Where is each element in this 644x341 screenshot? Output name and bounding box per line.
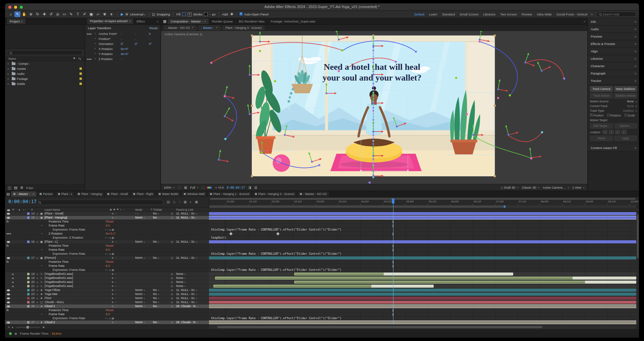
expression-icons[interactable]: =⌐◎▦ (105, 228, 115, 232)
stroke-swatch[interactable] (204, 12, 208, 16)
panel-header-paragraph[interactable]: Paragraph≡ (588, 70, 639, 77)
keyframe-nav-icon[interactable]: ◀◆▶ (6, 232, 12, 236)
panel-menu-icon[interactable]: ≡ (129, 19, 130, 23)
expression-text[interactable]: thisComp.layer("Frame Rate - CONTROLLER"… (211, 316, 341, 320)
layer-name[interactable]: Cloud 1 (45, 304, 55, 308)
resolution-dropdown[interactable]: Full∨ (190, 186, 199, 189)
property-name[interactable]: Frame Rate (49, 312, 65, 316)
track-motion-button[interactable]: Track Motion (590, 93, 613, 98)
motion-source-dropdown[interactable]: None ∨ (627, 100, 637, 103)
timeline-row[interactable]: fx Posterize Time Reset (5, 260, 639, 264)
label-color-chip[interactable] (27, 305, 30, 307)
blend-mode-dropdown[interactable]: Norm∨ (135, 256, 145, 260)
layer-name[interactable]: Cloud 2 (45, 321, 55, 324)
tool-home-icon[interactable]: ⌂ (8, 11, 14, 17)
safe-zones-icon[interactable]: ⬚ (178, 186, 181, 189)
parent-pickwhip-icon[interactable]: ◎ (171, 272, 173, 276)
timeline-row[interactable]: Expression: Frame Rate =⌐◎▦thisComp.laye… (5, 316, 639, 321)
parent-pickwhip-icon[interactable]: ◎ (171, 256, 173, 260)
panel-header-info[interactable]: Info≡ (588, 18, 639, 26)
checkbox-rotation[interactable]: Rotation (607, 114, 621, 117)
workspace-two-screen[interactable]: Two Screen (500, 12, 517, 16)
track-type-dropdown[interactable]: Stabilize ∨ (623, 109, 637, 112)
workspace-ultra-wide[interactable]: Ultra Wide (537, 12, 551, 16)
snapping-icon[interactable]: Ω (152, 12, 155, 16)
stopwatch-icon[interactable]: ◔ (94, 37, 96, 40)
panel-header-libraries[interactable]: Libraries≡ (588, 55, 639, 62)
parent-link-dropdown[interactable]: 11. NULL - Sc∨ (176, 212, 197, 216)
track-matte-dropdown[interactable]: No∨ (153, 288, 159, 292)
layer-switches[interactable]: ✱/ (112, 276, 118, 280)
parent-pickwhip-icon[interactable]: ◎ (171, 240, 173, 244)
panel-menu-icon[interactable]: ≡ (635, 28, 636, 31)
parent-link-dropdown[interactable]: 25. Clouds - N∨ (176, 321, 198, 325)
tab-composition-master[interactable]: Composition - Master -≡ (168, 18, 208, 24)
property-value[interactable]: 0° (121, 42, 129, 46)
timeline-row[interactable]: ◔ Frame Rate 8.0 (5, 224, 639, 228)
keyframe-icon[interactable] (229, 232, 233, 236)
project-item-comps[interactable]: ▸ - Comps - (5, 61, 85, 66)
layer-name[interactable]: [Person] (45, 256, 56, 260)
stopwatch-icon[interactable]: ◔ (94, 57, 96, 60)
timeline-row[interactable]: 27 ▸ ★ Cloud 2 ✱/Norm∨No∨◎ 25. Clouds - … (5, 321, 639, 325)
warp-stabilizer-button[interactable]: Warp Stabilizer (614, 86, 637, 92)
layer-name[interactable]: [YogaBreathv01.wav] (45, 276, 73, 280)
label-color-chip[interactable] (27, 277, 30, 279)
parent-pickwhip-icon[interactable]: ◎ (171, 304, 173, 308)
motion-blur-icon[interactable]: ◐ (190, 200, 192, 204)
layer-switches[interactable]: ✱/ (112, 256, 118, 260)
property-value[interactable]: 8.0 (106, 312, 110, 316)
project-item-solids[interactable]: ▸ Solids (5, 81, 85, 86)
timeline-row[interactable]: ◔ Frame Rate 8.0 (5, 312, 639, 316)
parent-link-dropdown[interactable]: 11. NULL - Sc∨ (176, 288, 197, 292)
solo-column-icon[interactable]: ● (18, 208, 20, 211)
track-matte-dropdown[interactable]: No∨ (153, 296, 159, 300)
help-search-input[interactable] (603, 13, 634, 16)
timeline-search-input[interactable] (42, 201, 161, 204)
panel-header-align[interactable]: Align≡ (588, 48, 639, 55)
timeline-row[interactable]: ◔ Frame Rate 8.0 (5, 264, 639, 268)
timeline-row[interactable]: ◔ Frame Rate 8.0 (5, 248, 639, 252)
renderer-button[interactable]: Classic 3D∨ (522, 186, 540, 189)
snapping-toggle[interactable]: Snapping (157, 12, 170, 16)
horizontal-scroll-thumb[interactable] (217, 326, 542, 328)
playhead-line[interactable] (393, 204, 393, 325)
disclosure-icon[interactable]: ▸ (37, 280, 38, 284)
blend-mode-dropdown[interactable]: Norm∨ (135, 300, 145, 304)
work-area-end-handle[interactable] (504, 205, 505, 208)
audio-toggle[interactable]: ◂) (12, 280, 14, 284)
layer-switches[interactable]: ✱/ (112, 321, 118, 324)
timeline-tab-master-no-vo[interactable]: - Master - NO VO (298, 191, 329, 197)
stopwatch-icon[interactable]: ◔ (41, 312, 42, 316)
layer-switches[interactable]: ✱/ (112, 212, 118, 215)
project-item-assets[interactable]: ▸ Assets (5, 66, 85, 71)
panel-menu-icon[interactable]: ≡ (635, 50, 636, 53)
stopwatch-icon[interactable]: ◔ (94, 32, 96, 35)
project-search-input[interactable] (13, 51, 80, 54)
expression-text[interactable]: loopOut() (211, 236, 226, 240)
column-name[interactable]: Name (8, 57, 16, 60)
property-value[interactable]: 8.0 (106, 248, 110, 252)
layer-duration-bar[interactable] (209, 305, 636, 308)
keyframe-icon[interactable] (276, 232, 280, 236)
layer-switches[interactable]: ✱/ (112, 304, 118, 308)
timeline-horizontal-scrollbar[interactable] (209, 326, 636, 329)
zoom-slider-handle[interactable] (26, 326, 29, 329)
panel-header-effects-presets[interactable]: Effects & Presets≡ (588, 40, 639, 48)
label-color-chip[interactable] (27, 281, 30, 283)
panel-menu-icon[interactable]: ≡ (635, 64, 636, 68)
snapshot-icon[interactable]: ◨ (248, 186, 251, 189)
current-time-display[interactable]: 0:00:04:17 (8, 199, 37, 204)
tab-bg-renderer-max[interactable]: BG Renderer Max (236, 18, 267, 24)
expression-icons[interactable]: =⌐◎▦ (105, 268, 115, 272)
hide-shy-layers-icon[interactable]: ◔ (178, 200, 180, 204)
effect-reset-link[interactable]: Reset (106, 220, 114, 224)
stopwatch-icon[interactable]: ◔ (94, 47, 96, 50)
expression-name[interactable]: Expression: Z Rotation (53, 236, 83, 240)
track-camera-button[interactable]: Track Camera (590, 86, 613, 92)
add-icon[interactable]: ✱ (230, 12, 233, 16)
timeline-tab-plant-small[interactable]: Plant - Small (105, 191, 130, 197)
label-color-chip[interactable] (27, 297, 30, 299)
track-matte-dropdown[interactable]: No∨ (153, 321, 159, 325)
tool-roto-brush-icon[interactable]: ✾ (102, 11, 108, 17)
